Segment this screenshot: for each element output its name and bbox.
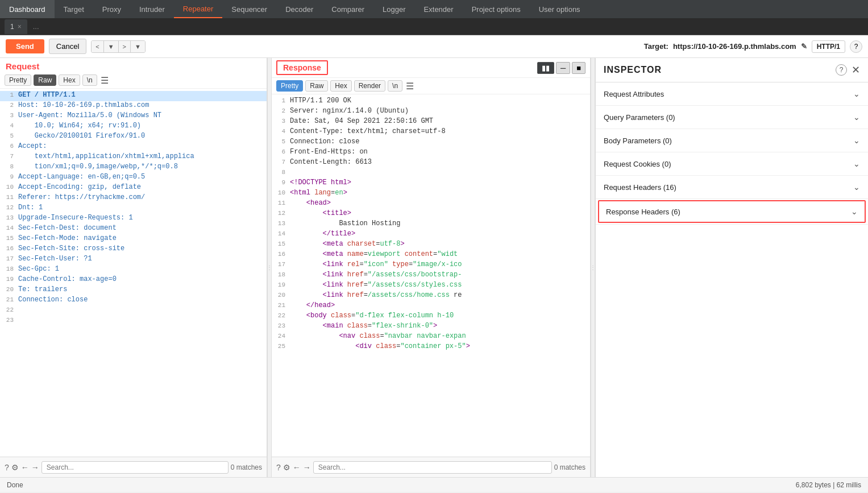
inspector-request-attributes-label: Request Attributes xyxy=(604,90,664,98)
request-menu-icon[interactable]: ☰ xyxy=(101,75,109,86)
response-line-25: 25 <div class="container px-5"> xyxy=(272,342,590,353)
request-prev-match-btn[interactable]: ← xyxy=(21,463,29,472)
http-version[interactable]: HTTP/1 xyxy=(812,40,845,53)
response-inspector-divider[interactable]: ⋮ xyxy=(591,58,595,477)
nav-proxy[interactable]: Proxy xyxy=(93,0,130,18)
nav-target[interactable]: Target xyxy=(55,0,93,18)
view-toggle-single-btn[interactable]: ■ xyxy=(572,62,585,74)
nav-repeater[interactable]: Repeater xyxy=(174,0,222,18)
request-line-2: 2 Host: 10-10-26-169.p.thmlabs.com xyxy=(0,101,267,111)
edit-target-icon[interactable]: ✎ xyxy=(801,42,807,51)
response-top-row: Response ▮▮ ─ ■ xyxy=(272,58,590,78)
inspector-section-body-params-header[interactable]: Body Parameters (0) ⌄ xyxy=(596,129,868,152)
request-line-19: 19 Cache-Control: max-age=0 xyxy=(0,275,267,285)
inspector-request-headers-label: Request Headers (16) xyxy=(604,183,676,192)
request-line-10: 10 Accept-Encoding: gzip, deflate xyxy=(0,183,267,193)
response-pretty-btn[interactable]: Pretty xyxy=(276,80,303,92)
nav-sequencer[interactable]: Sequencer xyxy=(222,0,276,18)
request-help-btn[interactable]: ? xyxy=(5,463,9,472)
inspector-section-query-params-header[interactable]: Query Parameters (0) ⌄ xyxy=(596,106,868,129)
nav-user-options[interactable]: User options xyxy=(530,0,589,18)
response-next-match-btn[interactable]: → xyxy=(303,463,311,472)
help-icon[interactable]: ? xyxy=(850,40,862,53)
request-line-17: 17 Sec-Fetch-User: ?1 xyxy=(0,255,267,265)
inspector-section-request-headers-header[interactable]: Request Headers (16) ⌄ xyxy=(596,176,868,198)
request-line-12: 12 Dnt: 1 xyxy=(0,204,267,214)
request-raw-btn[interactable]: Raw xyxy=(34,74,56,86)
request-line-18: 18 Sec-Gpc: 1 xyxy=(0,265,267,275)
response-search-input[interactable] xyxy=(313,461,552,474)
response-n-btn[interactable]: \n xyxy=(388,80,402,92)
inspector-request-cookies-chevron: ⌄ xyxy=(853,159,860,168)
response-panel: Response ▮▮ ─ ■ Pretty Raw Hex Render \n… xyxy=(272,58,591,477)
response-line-22: 22 <body class="d-flex flex-column h-10 xyxy=(272,312,590,322)
status-bar: Done 6,802 bytes | 62 millis xyxy=(0,477,868,492)
tab-ellipsis[interactable]: ... xyxy=(28,22,44,31)
nav-decoder[interactable]: Decoder xyxy=(276,0,322,18)
inspector-response-headers-label: Response Headers (6) xyxy=(606,208,680,216)
nav-forward-button[interactable]: > xyxy=(119,41,131,52)
inspector-panel: INSPECTOR ? ✕ Request Attributes ⌄ Query… xyxy=(595,58,868,477)
request-search-matches: 0 matches xyxy=(231,463,262,471)
response-raw-btn[interactable]: Raw xyxy=(305,80,328,92)
request-line-6: 6 Accept: xyxy=(0,142,267,152)
response-search-bar: ? ⚙ ← → 0 matches xyxy=(272,457,590,477)
nav-forward-dropdown[interactable]: ▼ xyxy=(131,41,145,52)
request-line-11: 11 Referer: https://tryhackme.com/ xyxy=(0,193,267,204)
inspector-close-btn[interactable]: ✕ xyxy=(852,64,860,76)
inspector-section-query-params: Query Parameters (0) ⌄ xyxy=(596,106,868,129)
request-hex-btn[interactable]: Hex xyxy=(59,74,80,86)
request-line-21: 21 Connection: close xyxy=(0,296,267,306)
view-toggle-horizontal-btn[interactable]: ─ xyxy=(556,62,570,74)
inspector-section-request-attributes: Request Attributes ⌄ xyxy=(596,82,868,106)
request-code-area[interactable]: 1 GET / HTTP/1.1 2 Host: 10-10-26-169.p.… xyxy=(0,89,267,457)
response-render-btn[interactable]: Render xyxy=(354,80,385,92)
nav-back-button[interactable]: < xyxy=(92,41,103,52)
response-settings-btn[interactable]: ⚙ xyxy=(283,463,290,472)
nav-back-dropdown[interactable]: ▼ xyxy=(104,41,119,52)
request-n-btn[interactable]: \n xyxy=(82,74,97,86)
nav-project-options[interactable]: Project options xyxy=(463,0,530,18)
response-line-13: 13 Bastion Hosting xyxy=(272,219,590,230)
inspector-section-response-headers-header[interactable]: Response Headers (6) ⌄ xyxy=(598,200,866,223)
inspector-section-request-attributes-header[interactable]: Request Attributes ⌄ xyxy=(596,82,868,105)
target-url: https://10-10-26-169.p.thmlabs.com xyxy=(673,42,796,51)
tab-1[interactable]: 1 × xyxy=(5,19,27,34)
response-help-btn[interactable]: ? xyxy=(276,463,281,472)
view-toggle-group: ▮▮ ─ ■ xyxy=(537,62,585,74)
send-button[interactable]: Send xyxy=(6,39,44,53)
response-line-4: 4 Content-Type: text/html; charset=utf-8 xyxy=(272,127,590,138)
nav-comparer[interactable]: Comparer xyxy=(322,0,373,18)
response-line-24: 24 <nav class="navbar navbar-expan xyxy=(272,332,590,342)
response-line-15: 15 <meta charset=utf-8> xyxy=(272,240,590,250)
response-menu-icon[interactable]: ☰ xyxy=(406,81,414,92)
nav-arrows: < ▼ > ▼ xyxy=(91,40,146,53)
nav-extender[interactable]: Extender xyxy=(415,0,463,18)
view-toggle-split-btn[interactable]: ▮▮ xyxy=(537,62,554,74)
response-line-19: 19 <link href="/assets/css/styles.css xyxy=(272,281,590,291)
inspector-query-params-label: Query Parameters (0) xyxy=(604,113,675,122)
inspector-help-btn[interactable]: ? xyxy=(836,64,847,76)
inspector-section-request-cookies-header[interactable]: Request Cookies (0) ⌄ xyxy=(596,152,868,175)
nav-dashboard[interactable]: Dashboard xyxy=(0,0,55,18)
request-format-bar: Pretty Raw Hex \n ☰ xyxy=(0,72,267,89)
request-search-input[interactable] xyxy=(41,461,229,474)
request-response-divider[interactable]: ⋮ xyxy=(267,58,272,477)
cancel-button[interactable]: Cancel xyxy=(49,39,86,54)
response-prev-match-btn[interactable]: ← xyxy=(293,463,301,472)
tab-1-close[interactable]: × xyxy=(18,23,22,31)
response-line-12: 12 <title> xyxy=(272,209,590,219)
nav-intruder[interactable]: Intruder xyxy=(130,0,174,18)
request-line-9: 9 Accept-Language: en-GB,en;q=0.5 xyxy=(0,173,267,183)
nav-logger[interactable]: Logger xyxy=(373,0,414,18)
inspector-section-request-cookies: Request Cookies (0) ⌄ xyxy=(596,152,868,176)
request-settings-btn[interactable]: ⚙ xyxy=(11,463,19,472)
response-hex-btn[interactable]: Hex xyxy=(330,80,351,92)
response-line-20: 20 <link href=/assets/css/home.css re xyxy=(272,291,590,301)
request-next-match-btn[interactable]: → xyxy=(31,463,39,472)
response-line-18: 18 <link href="/assets/css/bootstrap- xyxy=(272,271,590,281)
response-line-23: 23 <main class="flex-shrink-0"> xyxy=(272,322,590,332)
request-pretty-btn[interactable]: Pretty xyxy=(5,74,31,86)
response-code-area[interactable]: 1 HTTP/1.1 200 OK 2 Server: nginx/1.14.0… xyxy=(272,94,590,457)
request-line-8: 8 tion/xml;q=0.9,image/webp,*/*;q=0.8 xyxy=(0,163,267,173)
